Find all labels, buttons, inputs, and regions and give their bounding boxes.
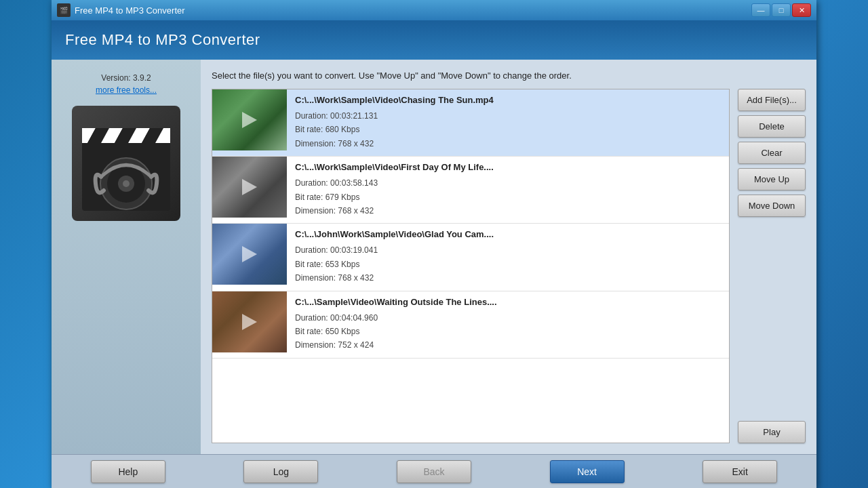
file-meta: Duration: 00:03:21.131 Bit rate: 680 Kbp… bbox=[295, 109, 494, 150]
play-icon bbox=[242, 112, 257, 128]
title-bar: 🎬 Free MP4 to MP3 Converter — □ ✕ bbox=[52, 0, 816, 20]
file-meta: Duration: 00:03:19.041 Bit rate: 653 Kbp… bbox=[295, 243, 494, 285]
svg-point-12 bbox=[123, 180, 130, 187]
help-button[interactable]: Help bbox=[91, 460, 165, 483]
file-meta: Duration: 00:04:04.960 Bit rate: 650 Kbp… bbox=[295, 311, 497, 352]
file-info: C:\...\John\Work\Sample\Video\Glad You C… bbox=[287, 224, 502, 290]
exit-button[interactable]: Exit bbox=[703, 460, 777, 483]
thumb-overlay bbox=[212, 224, 287, 285]
move-up-button[interactable]: Move Up bbox=[738, 168, 806, 190]
app-icon: 🎬 bbox=[57, 3, 71, 17]
version-text: Version: 3.9.2 bbox=[101, 73, 151, 83]
main-content: Select the file(s) you want to convert. … bbox=[201, 60, 816, 454]
file-item[interactable]: C:\...\John\Work\Sample\Video\Glad You C… bbox=[212, 224, 729, 291]
clear-button[interactable]: Clear bbox=[738, 142, 806, 164]
bottom-bar: Help Log Back Next Exit bbox=[52, 454, 816, 488]
add-files-button[interactable]: Add File(s)... bbox=[738, 89, 806, 111]
minimize-button[interactable]: — bbox=[751, 3, 770, 17]
right-buttons: Add File(s)... Delete Clear Move Up Move… bbox=[738, 89, 806, 443]
delete-button[interactable]: Delete bbox=[738, 115, 806, 138]
thumb-overlay bbox=[212, 89, 287, 150]
window-title: Free MP4 to MP3 Converter bbox=[75, 5, 185, 16]
app-body: Version: 3.9.2 more free tools... bbox=[52, 60, 816, 454]
file-info: C:\...\Sample\Video\Waiting Outside The … bbox=[287, 291, 505, 358]
play-icon bbox=[242, 179, 257, 195]
clapper-logo bbox=[72, 106, 180, 221]
file-name: C:\...\Sample\Video\Waiting Outside The … bbox=[295, 297, 497, 307]
main-window: 🎬 Free MP4 to MP3 Converter — □ ✕ Free M… bbox=[52, 0, 816, 488]
file-item[interactable]: C:\...\Work\Sample\Video\Chasing The Sun… bbox=[212, 89, 729, 157]
file-info: C:\...\Work\Sample\Video\First Day Of My… bbox=[287, 157, 502, 223]
thumb-overlay bbox=[212, 291, 287, 352]
file-thumbnail bbox=[212, 224, 287, 285]
maximize-button[interactable]: □ bbox=[772, 3, 791, 17]
next-button[interactable]: Next bbox=[550, 460, 625, 483]
app-title: Free MP4 to MP3 Converter bbox=[65, 31, 803, 49]
file-name: C:\...\Work\Sample\Video\First Day Of My… bbox=[295, 162, 494, 172]
file-name: C:\...\Work\Sample\Video\Chasing The Sun… bbox=[295, 95, 494, 105]
file-list[interactable]: C:\...\Work\Sample\Video\Chasing The Sun… bbox=[212, 89, 730, 443]
file-info: C:\...\Work\Sample\Video\Chasing The Sun… bbox=[287, 89, 502, 156]
move-down-button[interactable]: Move Down bbox=[738, 195, 806, 217]
close-button[interactable]: ✕ bbox=[792, 3, 811, 17]
file-meta: Duration: 00:03:58.143 Bit rate: 679 Kbp… bbox=[295, 176, 494, 218]
button-spacer bbox=[738, 221, 806, 417]
title-bar-controls: — □ ✕ bbox=[751, 3, 811, 17]
file-name: C:\...\John\Work\Sample\Video\Glad You C… bbox=[295, 229, 494, 239]
file-thumbnail bbox=[212, 291, 287, 352]
content-area: C:\...\Work\Sample\Video\Chasing The Sun… bbox=[212, 89, 806, 443]
app-header: Free MP4 to MP3 Converter bbox=[52, 20, 816, 60]
play-icon bbox=[242, 314, 257, 330]
instruction-text: Select the file(s) you want to convert. … bbox=[212, 70, 806, 81]
thumb-overlay bbox=[212, 157, 287, 218]
title-bar-left: 🎬 Free MP4 to MP3 Converter bbox=[57, 3, 185, 17]
file-thumbnail bbox=[212, 157, 287, 218]
file-item[interactable]: C:\...\Work\Sample\Video\First Day Of My… bbox=[212, 157, 729, 224]
file-item[interactable]: C:\...\Sample\Video\Waiting Outside The … bbox=[212, 291, 729, 359]
play-icon bbox=[242, 246, 257, 262]
file-thumbnail bbox=[212, 89, 287, 150]
more-tools-link[interactable]: more free tools... bbox=[96, 85, 157, 95]
log-button[interactable]: Log bbox=[243, 460, 318, 483]
left-panel: Version: 3.9.2 more free tools... bbox=[52, 60, 201, 454]
play-button[interactable]: Play bbox=[738, 421, 806, 443]
back-button[interactable]: Back bbox=[397, 460, 471, 483]
